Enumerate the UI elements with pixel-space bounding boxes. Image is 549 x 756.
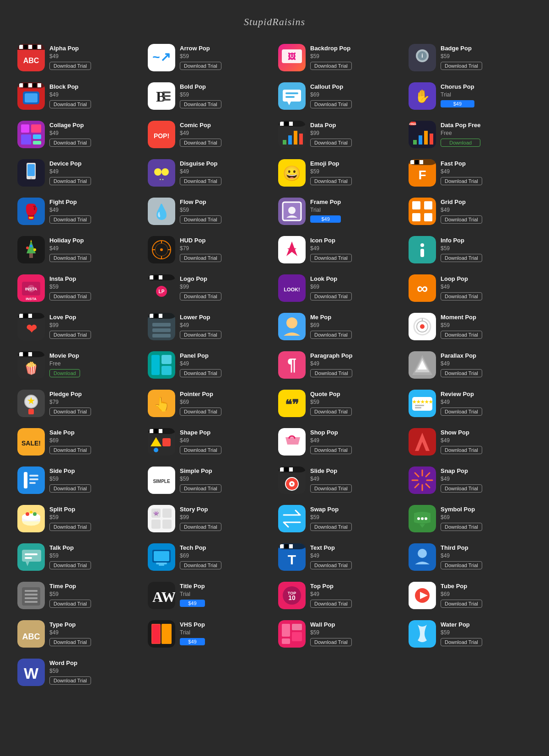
- download-trial-btn-pointer[interactable]: Download Trial: [180, 407, 221, 416]
- download-trial-btn-word[interactable]: Download Trial: [49, 676, 91, 685]
- download-trial-btn-shape[interactable]: Download Trial: [180, 446, 221, 454]
- download-trial-btn-holiday[interactable]: Download Trial: [49, 254, 91, 262]
- buy-btn-chorus[interactable]: $49: [441, 100, 474, 107]
- download-trial-btn-water[interactable]: Download Trial: [441, 638, 482, 646]
- download-trial-btn-story[interactable]: Download Trial: [180, 523, 221, 531]
- svg-rect-156: [151, 355, 160, 375]
- app-name-grid: Grid Pop: [441, 198, 482, 205]
- download-trial-btn-top[interactable]: Download Trial: [310, 600, 352, 608]
- app-info-shape: Shape Pop$49Download Trial: [180, 428, 221, 454]
- download-trial-btn-callout[interactable]: Download Trial: [310, 100, 352, 108]
- app-item-slide: Slide Pop$49Download Trial: [274, 462, 405, 499]
- app-item-show: Show Pop$49Download Trial: [405, 424, 535, 460]
- download-trial-btn-text[interactable]: Download Trial: [310, 561, 352, 569]
- download-trial-btn-block[interactable]: Download Trial: [49, 100, 91, 108]
- download-trial-btn-collage[interactable]: Download Trial: [49, 139, 91, 147]
- download-trial-btn-time[interactable]: Download Trial: [49, 600, 91, 608]
- app-name-panel: Panel Pop: [180, 352, 221, 359]
- download-btn-datafree[interactable]: Download: [441, 139, 480, 147]
- download-trial-btn-backdrop[interactable]: Download Trial: [310, 62, 352, 70]
- download-trial-btn-grid[interactable]: Download Trial: [441, 215, 482, 224]
- download-trial-btn-snap[interactable]: Download Trial: [441, 484, 482, 493]
- app-price-shop: $49: [310, 437, 352, 444]
- svg-rect-229: [278, 505, 306, 532]
- download-trial-btn-sale[interactable]: Download Trial: [49, 446, 91, 454]
- download-trial-btn-review[interactable]: Download Trial: [441, 407, 482, 416]
- download-trial-btn-flow[interactable]: Download Trial: [180, 215, 221, 224]
- buy-btn-frame[interactable]: $49: [310, 215, 341, 223]
- download-trial-btn-parallax[interactable]: Download Trial: [441, 369, 482, 377]
- svg-text:❝❞: ❝❞: [285, 397, 299, 412]
- app-item-vhs: VHS PopTrial$49: [144, 616, 274, 652]
- download-trial-btn-panel[interactable]: Download Trial: [180, 369, 221, 377]
- download-trial-btn-split[interactable]: Download Trial: [49, 523, 91, 531]
- download-trial-btn-slide[interactable]: Download Trial: [310, 484, 352, 493]
- download-trial-btn-hud[interactable]: Download Trial: [180, 254, 221, 262]
- download-trial-btn-info[interactable]: Download Trial: [441, 254, 482, 262]
- svg-rect-21: [19, 83, 23, 87]
- buy-btn-vhs[interactable]: $49: [180, 638, 205, 645]
- app-icon-tech: [148, 543, 175, 571]
- download-trial-btn-talk[interactable]: Download Trial: [49, 561, 91, 569]
- buy-btn-title[interactable]: $49: [180, 600, 205, 607]
- app-name-emoji: Emoji Pop: [310, 160, 352, 167]
- download-trial-btn-bold[interactable]: Download Trial: [180, 100, 221, 108]
- download-trial-btn-wall[interactable]: Download Trial: [310, 638, 352, 646]
- download-trial-btn-icon[interactable]: Download Trial: [310, 254, 352, 262]
- app-price-moment: $59: [441, 322, 482, 328]
- download-trial-btn-me[interactable]: Download Trial: [310, 331, 352, 339]
- download-trial-btn-disguise[interactable]: Download Trial: [180, 177, 221, 185]
- svg-rect-4: [24, 45, 27, 49]
- app-name-badge: Badge Pop: [441, 45, 482, 52]
- svg-rect-88: [412, 201, 420, 209]
- download-trial-btn-swap[interactable]: Download Trial: [310, 523, 352, 531]
- download-trial-btn-loop[interactable]: Download Trial: [441, 292, 482, 300]
- app-icon-lower: [148, 313, 175, 340]
- app-icon-top: TOP10: [278, 582, 306, 609]
- download-trial-btn-arrow[interactable]: Download Trial: [180, 62, 221, 70]
- download-trial-btn-data[interactable]: Download Trial: [310, 139, 352, 147]
- download-trial-btn-show[interactable]: Download Trial: [441, 446, 482, 454]
- download-trial-btn-emoji[interactable]: Download Trial: [310, 177, 352, 185]
- download-trial-btn-tube[interactable]: Download Trial: [441, 600, 482, 608]
- svg-text:👆: 👆: [153, 396, 171, 413]
- svg-rect-22: [24, 83, 27, 87]
- download-trial-btn-third[interactable]: Download Trial: [441, 561, 482, 569]
- app-name-info: Info Pop: [441, 237, 482, 244]
- download-trial-btn-moment[interactable]: Download Trial: [441, 331, 482, 339]
- svg-rect-111: [420, 249, 424, 257]
- download-trial-btn-badge[interactable]: Download Trial: [441, 62, 482, 70]
- app-item-wall: Wall Pop$59Download Trial: [274, 616, 405, 652]
- app-name-pointer: Pointer Pop: [180, 391, 221, 397]
- download-trial-btn-fast[interactable]: Download Trial: [441, 177, 482, 185]
- app-item-pledge: Pledge Pop$79Download Trial: [14, 385, 144, 422]
- download-trial-btn-symbol[interactable]: Download Trial: [441, 523, 482, 531]
- download-trial-btn-simple[interactable]: Download Trial: [180, 484, 221, 493]
- download-trial-btn-insta[interactable]: Download Trial: [49, 292, 91, 300]
- download-trial-btn-shop[interactable]: Download Trial: [310, 446, 352, 454]
- app-icon-backdrop: 🖼: [278, 44, 306, 71]
- download-trial-btn-logo[interactable]: Download Trial: [180, 292, 221, 300]
- svg-rect-141: [152, 334, 171, 338]
- app-name-backdrop: Backdrop Pop: [310, 45, 352, 52]
- download-trial-btn-comic[interactable]: Download Trial: [180, 139, 221, 147]
- app-price-arrow: $59: [180, 53, 221, 59]
- download-trial-btn-paragraph[interactable]: Download Trial: [310, 369, 352, 377]
- download-trial-btn-tech[interactable]: Download Trial: [180, 561, 221, 569]
- svg-rect-257: [25, 590, 38, 592]
- download-trial-btn-pledge[interactable]: Download Trial: [49, 407, 91, 416]
- download-trial-btn-quote[interactable]: Download Trial: [310, 407, 352, 416]
- download-trial-btn-look[interactable]: Download Trial: [310, 292, 352, 300]
- download-btn-movie[interactable]: Download: [49, 369, 80, 377]
- download-trial-btn-lower[interactable]: Download Trial: [180, 331, 221, 339]
- app-icon-callout: [278, 82, 306, 110]
- download-trial-btn-side[interactable]: Download Trial: [49, 484, 91, 493]
- app-icon-info: [409, 236, 436, 263]
- download-trial-btn-love[interactable]: Download Trial: [49, 331, 91, 339]
- download-trial-btn-fight[interactable]: Download Trial: [49, 215, 91, 224]
- download-trial-btn-device[interactable]: Download Trial: [49, 177, 91, 185]
- download-trial-btn-type[interactable]: Download Trial: [49, 638, 91, 646]
- app-icon-show: [409, 428, 436, 456]
- app-info-vhs: VHS PopTrial$49: [180, 620, 205, 645]
- download-trial-btn-alpha[interactable]: Download Trial: [49, 62, 91, 70]
